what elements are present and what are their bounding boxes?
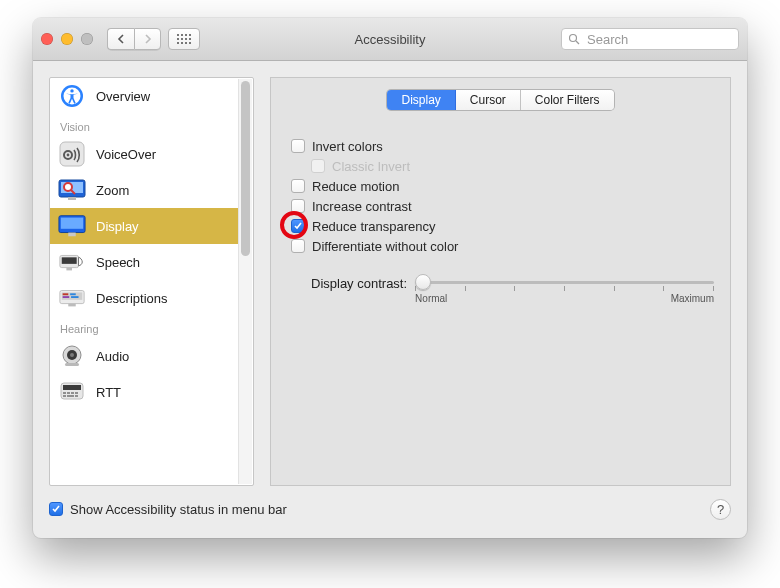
- slider-track: [415, 281, 714, 284]
- svg-point-7: [67, 154, 70, 157]
- sidebar-section-hearing: Hearing: [50, 316, 238, 338]
- sidebar-item-label: Overview: [96, 89, 150, 104]
- sidebar-item-speech[interactable]: Speech: [50, 244, 238, 280]
- sidebar-item-label: RTT: [96, 385, 121, 400]
- sidebar-item-audio[interactable]: Audio: [50, 338, 238, 374]
- svg-rect-36: [63, 395, 66, 397]
- svg-point-4: [70, 89, 73, 92]
- menubar-status-label: Show Accessibility status in menu bar: [70, 502, 287, 517]
- differentiate-without-color-checkbox[interactable]: [291, 239, 305, 253]
- svg-rect-25: [68, 304, 75, 307]
- svg-rect-18: [66, 268, 72, 271]
- accessibility-preferences-window: Accessibility Overview Vi: [33, 18, 747, 538]
- voiceover-icon: [58, 140, 86, 168]
- footer: Show Accessibility status in menu bar ?: [49, 486, 731, 522]
- svg-point-0: [570, 35, 577, 42]
- sidebar-item-label: Zoom: [96, 183, 129, 198]
- svg-rect-37: [67, 395, 74, 397]
- options-group: Invert colors Classic Invert Reduce moti…: [287, 136, 714, 310]
- svg-rect-32: [63, 392, 66, 394]
- window-controls: [41, 33, 93, 45]
- sidebar-item-overview[interactable]: Overview: [50, 78, 238, 114]
- help-icon: ?: [717, 502, 724, 517]
- speech-icon: [58, 248, 86, 276]
- svg-rect-35: [75, 392, 78, 394]
- reduce-motion-checkbox[interactable]: [291, 179, 305, 193]
- sidebar-item-label: Descriptions: [96, 291, 168, 306]
- svg-line-1: [576, 41, 579, 44]
- menubar-status-checkbox[interactable]: [49, 502, 63, 516]
- svg-rect-17: [62, 257, 77, 264]
- reduce-motion-option[interactable]: Reduce motion: [291, 176, 714, 196]
- sidebar-scrollbar[interactable]: [238, 79, 252, 484]
- sidebar-section-vision: Vision: [50, 114, 238, 136]
- invert-colors-checkbox[interactable]: [291, 139, 305, 153]
- minimize-window-button[interactable]: [61, 33, 73, 45]
- sidebar-item-voiceover[interactable]: VoiceOver: [50, 136, 238, 172]
- svg-rect-33: [67, 392, 70, 394]
- descriptions-icon: [58, 284, 86, 312]
- slider-knob[interactable]: [415, 274, 431, 290]
- differentiate-without-color-option[interactable]: Differentiate without color: [291, 236, 714, 256]
- back-button[interactable]: [107, 28, 134, 50]
- sidebar-item-label: Display: [96, 219, 139, 234]
- zoom-window-button[interactable]: [81, 33, 93, 45]
- sidebar-item-descriptions[interactable]: Descriptions: [50, 280, 238, 316]
- slider-labels: Normal Maximum: [415, 293, 714, 304]
- display-contrast-row: Display contrast: Normal Maximum: [291, 276, 714, 310]
- svg-rect-24: [71, 296, 78, 298]
- sidebar-scrollthumb[interactable]: [241, 81, 250, 256]
- svg-rect-15: [68, 233, 75, 237]
- svg-point-11: [64, 183, 72, 191]
- body: Overview Vision VoiceOver: [33, 61, 747, 538]
- grid-icon: [177, 34, 191, 44]
- reduce-transparency-option[interactable]: Reduce transparency: [291, 216, 714, 236]
- close-window-button[interactable]: [41, 33, 53, 45]
- svg-rect-34: [71, 392, 74, 394]
- help-button[interactable]: ?: [710, 499, 731, 520]
- accessibility-icon: [58, 82, 86, 110]
- classic-invert-option: Classic Invert: [291, 156, 714, 176]
- chevron-left-icon: [117, 34, 125, 44]
- sidebar-list[interactable]: Overview Vision VoiceOver: [50, 78, 238, 485]
- slider-min-label: Normal: [415, 293, 447, 304]
- increase-contrast-label: Increase contrast: [312, 199, 412, 214]
- audio-icon: [58, 342, 86, 370]
- differentiate-without-color-label: Differentiate without color: [312, 239, 458, 254]
- tab-cursor[interactable]: Cursor: [456, 90, 521, 110]
- display-contrast-slider[interactable]: Normal Maximum: [415, 276, 714, 310]
- display-settings-panel: Display Cursor Color Filters Invert colo…: [270, 77, 731, 486]
- invert-colors-option[interactable]: Invert colors: [291, 136, 714, 156]
- sidebar-item-label: VoiceOver: [96, 147, 156, 162]
- display-contrast-label: Display contrast:: [311, 276, 407, 291]
- rtt-icon: [58, 378, 86, 406]
- tab-color-filters[interactable]: Color Filters: [521, 90, 614, 110]
- toolbar: [107, 28, 200, 50]
- sidebar-item-zoom[interactable]: Zoom: [50, 172, 238, 208]
- slider-max-label: Maximum: [671, 293, 714, 304]
- increase-contrast-option[interactable]: Increase contrast: [291, 196, 714, 216]
- classic-invert-checkbox: [311, 159, 325, 173]
- tab-display[interactable]: Display: [387, 90, 455, 110]
- sidebar-item-display[interactable]: Display: [50, 208, 238, 244]
- svg-rect-38: [75, 395, 78, 397]
- increase-contrast-checkbox[interactable]: [291, 199, 305, 213]
- svg-rect-23: [63, 296, 70, 298]
- search-input[interactable]: [585, 31, 747, 48]
- show-all-button[interactable]: [168, 28, 200, 50]
- forward-button[interactable]: [134, 28, 161, 50]
- classic-invert-label: Classic Invert: [332, 159, 410, 174]
- invert-colors-label: Invert colors: [312, 139, 383, 154]
- reduce-transparency-checkbox[interactable]: [291, 219, 305, 233]
- svg-rect-29: [65, 363, 79, 366]
- sidebar-item-rtt[interactable]: RTT: [50, 374, 238, 410]
- sidebar: Overview Vision VoiceOver: [49, 77, 254, 486]
- display-tabs: Display Cursor Color Filters: [387, 90, 613, 110]
- sidebar-item-label: Speech: [96, 255, 140, 270]
- svg-rect-21: [63, 293, 69, 295]
- search-field[interactable]: [561, 28, 739, 50]
- svg-rect-31: [63, 385, 81, 390]
- reduce-transparency-label: Reduce transparency: [312, 219, 436, 234]
- slider-ticks: [415, 286, 714, 291]
- menubar-status-option[interactable]: Show Accessibility status in menu bar: [49, 499, 287, 519]
